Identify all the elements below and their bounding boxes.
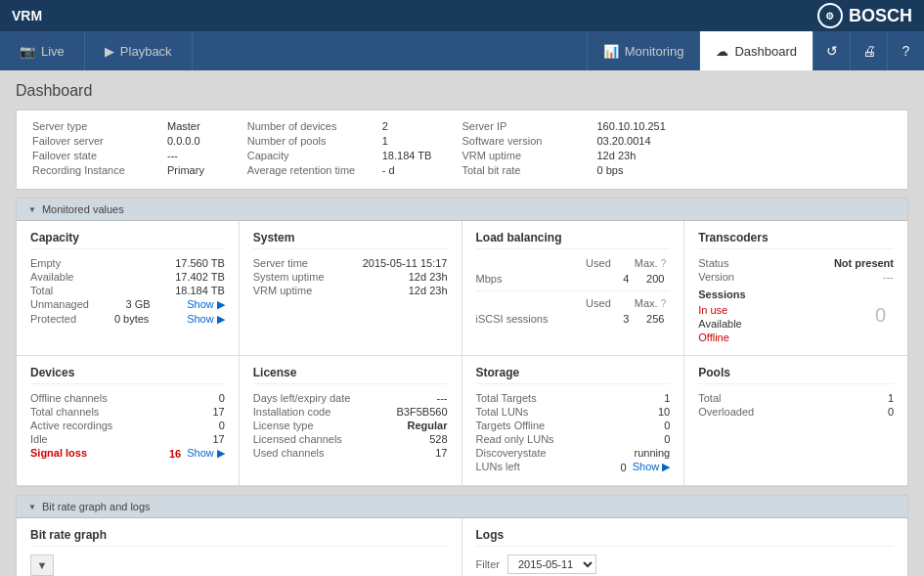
- lb-used-header: Used: [586, 257, 611, 269]
- session-count: 0: [875, 304, 894, 327]
- license-cell: License Days left/expiry date --- Instal…: [240, 356, 462, 486]
- nav-live-label: Live: [41, 44, 65, 59]
- vrm-uptime2-value: 12d 23h: [409, 285, 448, 296]
- logs-filter-row: Filter 2015-05-11: [476, 554, 895, 574]
- targets-offline-label: Targets Offline: [476, 420, 546, 431]
- available-value: 17.402 TB: [175, 271, 225, 283]
- print-button[interactable]: 🖨: [850, 31, 887, 70]
- luns-left-row: LUNs left 0 Show ▶: [476, 461, 671, 473]
- app-title: VRM: [12, 8, 42, 23]
- failover-state-value: ---: [167, 150, 178, 161]
- server-ip-value: 160.10.10.251: [597, 120, 666, 132]
- signal-loss-show-link[interactable]: Show ▶: [187, 447, 225, 460]
- signal-loss-value: 16: [169, 448, 181, 460]
- active-recordings-value: 0: [219, 420, 225, 431]
- discoverystate-label: Discoverystate: [476, 447, 547, 459]
- pools-cell: Pools Total 1 Overloaded 0: [684, 356, 907, 486]
- lb-max-help-icon[interactable]: ?: [661, 258, 667, 269]
- unmanaged-label: Unmanaged: [30, 298, 89, 311]
- server-time-value: 2015-05-11 15:17: [363, 257, 448, 269]
- idle-value: 17: [213, 433, 225, 445]
- nav-right: 📊 Monitoring ☁ Dashboard ↺ 🖨 ?: [587, 31, 924, 70]
- used-channels-label: Used channels: [253, 447, 325, 459]
- lb-iscsi-max-header: Max. ?: [635, 297, 666, 309]
- page-title: Dashboard: [16, 82, 908, 100]
- cell-row: Unmanaged 3 GB Show ▶: [30, 298, 225, 311]
- unmanaged-show-link[interactable]: Show ▶: [187, 298, 225, 311]
- logs-filter-select[interactable]: 2015-05-11: [507, 554, 596, 574]
- server-row: Number of devices 2: [247, 120, 462, 132]
- nav-dashboard-label: Dashboard: [734, 44, 797, 59]
- cell-row: Available 17.402 TB: [30, 271, 225, 283]
- dashboard-icon: ☁: [716, 44, 728, 59]
- used-channels-value: 17: [435, 447, 447, 459]
- nav-tab-live[interactable]: 📷 Live: [0, 31, 85, 70]
- recording-instance-label: Recording Instance: [32, 164, 159, 176]
- monitored-section-label: Monitored values: [42, 203, 124, 215]
- server-row: Failover state ---: [32, 150, 247, 161]
- readonly-luns-value: 0: [664, 433, 670, 445]
- lb-iscsi-used: 3: [611, 313, 640, 325]
- nav-tab-monitoring[interactable]: 📊 Monitoring: [587, 31, 700, 70]
- num-pools-label: Number of pools: [247, 135, 374, 147]
- monitored-grid: Capacity Empty 17.560 TB Available 17.40…: [17, 221, 907, 356]
- monitored-values-card: ▼ Monitored values Capacity Empty 17.560…: [16, 198, 908, 487]
- sessions-title: Sessions: [698, 288, 894, 300]
- recording-instance-value: Primary: [167, 164, 204, 176]
- protected-show-link[interactable]: Show ▶: [187, 313, 225, 326]
- bitrate-section-header: ▼ Bit rate graph and logs: [17, 496, 907, 518]
- nav-tab-playback[interactable]: ▶ Playback: [85, 31, 193, 70]
- num-pools-value: 1: [382, 135, 388, 147]
- nav-tab-dashboard[interactable]: ☁ Dashboard: [699, 31, 813, 70]
- software-version-label: Software version: [462, 135, 590, 147]
- cell-row: Total LUNs 10: [476, 406, 671, 418]
- license-type-value: Regular: [408, 420, 448, 431]
- cell-row: Protected 0 bytes Show ▶: [30, 313, 225, 326]
- server-col-1: Server type Master Failover server 0.0.0…: [32, 120, 247, 179]
- total-label: Total: [30, 285, 53, 296]
- storage-title: Storage: [476, 366, 671, 384]
- devices-title: Devices: [30, 366, 225, 384]
- capacity-label: Capacity: [247, 150, 374, 161]
- bosch-logo: ⚙ BOSCH: [817, 3, 912, 28]
- lb-iscsi-help-icon[interactable]: ?: [661, 298, 667, 309]
- empty-label: Empty: [30, 257, 61, 269]
- signal-loss-row: Signal loss 16 Show ▶: [30, 447, 225, 460]
- cell-row: Total channels 17: [30, 406, 225, 418]
- cell-row: Targets Offline 0: [476, 420, 671, 431]
- bitrate-collapse-icon[interactable]: ▼: [28, 503, 36, 511]
- server-info-grid: Server type Master Failover server 0.0.0…: [17, 111, 907, 189]
- monitored-section-header: ▼ Monitored values: [17, 199, 907, 221]
- cell-row: Read only LUNs 0: [476, 433, 671, 445]
- luns-left-show-link[interactable]: Show ▶: [633, 461, 671, 473]
- collapse-icon[interactable]: ▼: [28, 205, 36, 214]
- installation-code-value: B3F5B560: [397, 406, 448, 418]
- bosch-brand: BOSCH: [849, 6, 912, 26]
- filter-label: Filter: [476, 558, 500, 570]
- lb-iscsi-max: 256: [640, 313, 670, 325]
- server-row: Software version 03.20.0014: [462, 135, 678, 147]
- refresh-button[interactable]: ↺: [813, 31, 850, 70]
- server-row: Number of pools 1: [247, 135, 462, 147]
- failover-server-value: 0.0.0.0: [167, 135, 200, 147]
- license-type-label: License type: [253, 420, 314, 431]
- lb-mbps-max: 200: [640, 273, 670, 285]
- installation-code-label: Installation code: [253, 406, 331, 418]
- overloaded-label: Overloaded: [698, 406, 754, 418]
- total-luns-label: Total LUNs: [476, 406, 529, 418]
- transcoders-title: Transcoders: [698, 231, 894, 249]
- server-row: Recording Instance Primary: [32, 164, 247, 176]
- bitrate-graph-title: Bit rate graph: [30, 528, 448, 547]
- total-value: 18.184 TB: [175, 285, 225, 296]
- avg-retention-value: - d: [382, 164, 395, 176]
- discoverystate-value: running: [635, 447, 671, 459]
- help-button[interactable]: ?: [887, 31, 924, 70]
- licensed-channels-label: Licensed channels: [253, 433, 342, 445]
- failover-server-label: Failover server: [32, 135, 159, 147]
- pools-title: Pools: [698, 366, 894, 384]
- cell-row: Empty 17.560 TB: [30, 257, 225, 269]
- system-uptime-value: 12d 23h: [409, 271, 448, 283]
- filter-button[interactable]: ▼: [30, 554, 54, 576]
- monitoring-icon: 📊: [603, 44, 619, 59]
- total-luns-value: 10: [658, 406, 670, 418]
